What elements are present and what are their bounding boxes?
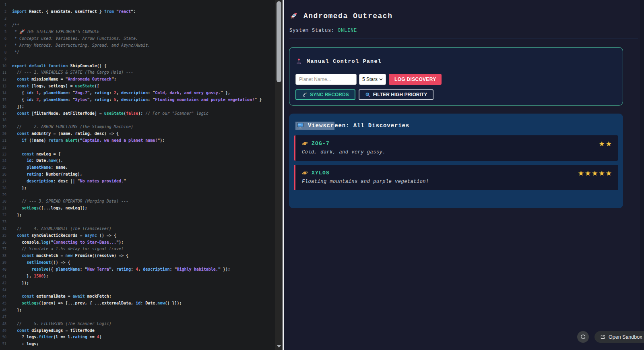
line-number: 33 <box>0 219 6 226</box>
code-line[interactable]: 34 // --- 4. ASYNC/AWAIT (The Transceive… <box>0 226 275 232</box>
sync-records-button[interactable]: SYNC RECORDS <box>295 89 355 100</box>
code-line[interactable]: 8 */ <box>0 49 275 56</box>
line-number: 10 <box>0 63 6 70</box>
chevron-down-icon <box>277 345 281 348</box>
code-line[interactable]: 36 console.log("Connecting to Star-Base.… <box>0 239 275 246</box>
code-line[interactable]: 40 resolve({ planetName: "New Terra", ra… <box>0 266 275 273</box>
code-line[interactable]: 42 }); <box>0 280 275 287</box>
preview-scrollbar-track[interactable] <box>640 0 644 350</box>
code-line[interactable]: 39 setTimeout(() => { <box>0 259 275 266</box>
code-line[interactable]: 9 <box>0 56 275 63</box>
code-line[interactable]: 16 ]); <box>0 104 275 110</box>
line-number: 9 <box>0 56 6 63</box>
code-line[interactable]: 10export default function ShipConsole() … <box>0 63 275 70</box>
code-line[interactable]: 3 <box>0 15 275 22</box>
code-line[interactable]: 41 }, 1500); <box>0 273 275 280</box>
code-line[interactable]: 48 // --- 5. FILTERING (The Scanner Logi… <box>0 321 275 327</box>
scroll-down-button[interactable] <box>275 344 283 349</box>
code-line[interactable]: 51 : logs; <box>0 341 275 348</box>
line-number: 45 <box>0 300 6 307</box>
line-number: 37 <box>0 246 6 253</box>
code-line[interactable]: 22 <box>0 144 275 151</box>
viewscreen-heading-selected: Viewscr <box>308 122 334 129</box>
line-number: 14 <box>0 90 6 97</box>
code-line[interactable]: 13 const [logs, setLogs] = useState([ <box>0 83 275 90</box>
line-number: 4 <box>0 22 6 29</box>
line-number: 16 <box>0 104 6 110</box>
code-line[interactable]: 27 description: desc || "No notes provid… <box>0 178 275 185</box>
code-line[interactable]: 29 <box>0 192 275 199</box>
code-line[interactable]: 30 // --- 3. SPREAD OPERATOR (Merging Da… <box>0 198 275 205</box>
header-divider <box>289 39 638 39</box>
planet-name-input[interactable] <box>295 74 357 85</box>
planet-name: XYLOS <box>302 170 612 176</box>
line-number: 17 <box>0 110 6 117</box>
line-number: 11 <box>0 69 6 76</box>
system-status: System Status: ONLINE <box>289 28 357 33</box>
code-line[interactable]: 20 const addEntry = (name, rating, desc)… <box>0 130 275 137</box>
refresh-button[interactable] <box>577 331 589 343</box>
code-line[interactable]: 25 planetName: name, <box>0 164 275 171</box>
code-line[interactable]: 35 const syncGalacticRecords = async () … <box>0 232 275 239</box>
code-line[interactable]: 33 <box>0 219 275 226</box>
code-line[interactable]: 14 { id: 1, planetName: "Zog-7", rating:… <box>0 90 275 97</box>
line-number: 27 <box>0 178 6 185</box>
editor-scrollbar[interactable] <box>275 0 283 350</box>
rating-select-value: 5 Stars <box>362 77 378 82</box>
star-rating: ★★★★★ <box>578 169 613 177</box>
code-line[interactable]: 18 <box>0 117 275 124</box>
code-line[interactable]: 26 rating: Number(rating), <box>0 171 275 178</box>
code-line[interactable]: 23 const newLog = { <box>0 151 275 158</box>
line-number: 26 <box>0 171 6 178</box>
code-line[interactable]: 37 // Simulate a 1.5s delay for signal t… <box>0 246 275 253</box>
code-line[interactable]: 44 const externalData = await mockFetch; <box>0 293 275 300</box>
line-number: 46 <box>0 307 6 314</box>
code-line[interactable]: 15 { id: 2, planetName: "Xylos", rating:… <box>0 97 275 104</box>
satellite-dish-icon <box>302 92 307 97</box>
line-number: 15 <box>0 97 6 104</box>
code-line[interactable]: 38 const mockFetch = new Promise((resolv… <box>0 253 275 259</box>
code-line[interactable]: 43 <box>0 286 275 293</box>
code-line[interactable]: 46 }; <box>0 307 275 314</box>
code-line[interactable]: 45 setLogs((prev) => [...prev, { ...exte… <box>0 300 275 307</box>
code-line[interactable]: 19 // --- 2. ARROW FUNCTIONS (The Stampi… <box>0 124 275 130</box>
line-number: 6 <box>0 35 6 42</box>
filter-high-priority-button[interactable]: FILTER HIGH PRIORITY <box>359 89 433 100</box>
code-line[interactable]: 12 const missionName = "Andromeda Outrea… <box>0 76 275 83</box>
app-title-text: Andromeda Outreach <box>303 12 392 20</box>
line-number: 42 <box>0 280 6 287</box>
code-line[interactable]: 5 * 🚀 THE STELLAR EXPLORER'S CONSOLE <box>0 29 275 35</box>
code-line[interactable]: 21 if (!name) return alert("Captain, we … <box>0 137 275 144</box>
line-number: 12 <box>0 76 6 83</box>
line-number: 25 <box>0 164 6 171</box>
code-line[interactable]: 28 }; <box>0 185 275 192</box>
log-discovery-button[interactable]: LOG DISCOVERY <box>389 74 442 85</box>
line-number: 19 <box>0 124 6 130</box>
code-line[interactable]: 47 <box>0 314 275 321</box>
code-line[interactable]: 50 ? logs.filter(l => l.rating >= 4) <box>0 334 275 341</box>
code-lines: 12import React, { useState, useEffect } … <box>0 2 275 348</box>
code-line[interactable]: 6 * Concepts used: Variables, Arrow Func… <box>0 35 275 42</box>
code-line[interactable]: 2import React, { useState, useEffect } f… <box>0 8 275 15</box>
app-window: 12import React, { useState, useEffect } … <box>0 0 644 350</box>
line-number: 1 <box>0 2 6 8</box>
line-number: 34 <box>0 226 6 232</box>
line-number: 40 <box>0 266 6 273</box>
app-title: Andromeda Outreach <box>289 11 392 21</box>
code-line[interactable]: 11 // --- 1. VARIABLES & STATE (The Carg… <box>0 69 275 76</box>
code-line[interactable]: 17 const [filterMode, setFilterMode] = u… <box>0 110 275 117</box>
discovery-card: ZOG-7Cold, dark, and very gassy.★★ <box>294 135 618 161</box>
code-line[interactable]: 1 <box>0 2 275 8</box>
code-line[interactable]: 32 }; <box>0 212 275 219</box>
rating-select[interactable]: 5 Stars <box>359 74 386 85</box>
code-line[interactable]: 49 const displayedLogs = filterMode <box>0 327 275 334</box>
code-line[interactable]: 7 * Array Methods, Destructuring, Spread… <box>0 42 275 49</box>
line-number: 29 <box>0 192 6 199</box>
code-line[interactable]: 31 setLogs([...logs, newLog]); <box>0 205 275 212</box>
open-sandbox-button[interactable]: Open Sandbox <box>594 331 644 343</box>
code-editor-pane[interactable]: 12import React, { useState, useEffect } … <box>0 0 275 350</box>
code-line[interactable]: 4/** <box>0 22 275 29</box>
line-number: 13 <box>0 83 6 90</box>
editor-scrollbar-thumb[interactable] <box>277 1 281 82</box>
code-line[interactable]: 24 id: Date.now(), <box>0 157 275 164</box>
